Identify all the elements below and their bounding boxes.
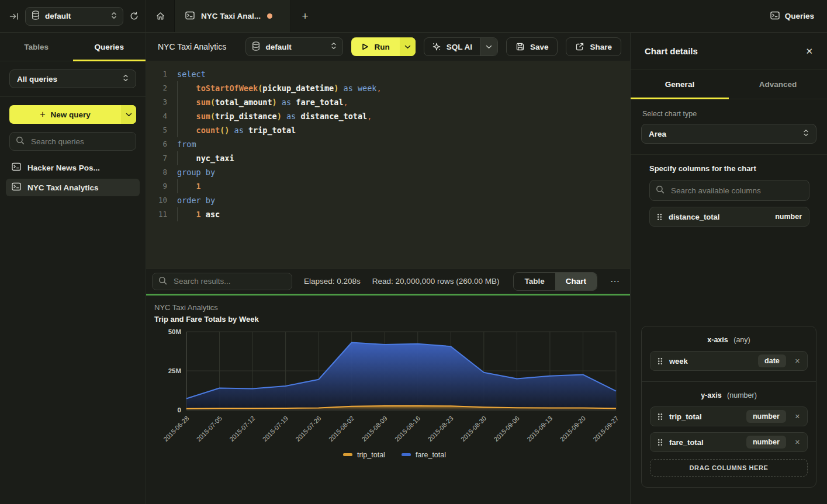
columns-search-input[interactable] bbox=[670, 186, 803, 196]
query-search-wrap bbox=[0, 130, 146, 158]
svg-text:2015-09-20: 2015-09-20 bbox=[559, 414, 587, 442]
query-list-item-selected[interactable]: NYC Taxi Analytics bbox=[6, 179, 140, 196]
y-axis-hint: (number) bbox=[727, 391, 757, 399]
svg-text:2015-07-05: 2015-07-05 bbox=[195, 414, 223, 442]
sql-ai-button[interactable]: SQL AI bbox=[424, 37, 498, 56]
legend-item[interactable]: trip_total bbox=[343, 451, 385, 459]
query-search-input[interactable] bbox=[30, 137, 130, 147]
columns-label: Specify columns for the chart bbox=[649, 164, 809, 173]
chart-details-panel: Chart details ✕ General Advanced Select … bbox=[631, 33, 827, 504]
queries-button[interactable]: Queries bbox=[770, 11, 814, 22]
view-toggle-chart[interactable]: Chart bbox=[555, 273, 597, 290]
query-tab[interactable]: NYC Taxi Anal... bbox=[174, 0, 291, 32]
query-filter-block: All queries bbox=[0, 61, 146, 97]
code-line[interactable]: 5count() as trip_total bbox=[153, 123, 630, 137]
svg-text:2015-09-06: 2015-09-06 bbox=[493, 414, 521, 442]
run-button[interactable]: Run bbox=[351, 37, 415, 56]
query-item-label: NYC Taxi Analytics bbox=[27, 183, 99, 192]
legend-label: fare_total bbox=[416, 451, 446, 459]
share-button[interactable]: Share bbox=[566, 37, 621, 56]
drag-handle-icon[interactable] bbox=[658, 413, 663, 420]
sql-editor[interactable]: 1select2toStartOfWeek(pickup_datetime) a… bbox=[146, 61, 630, 269]
drag-handle-icon[interactable] bbox=[657, 213, 662, 221]
axis-group: x-axis (any) week date ✕ bbox=[641, 326, 816, 488]
code-line[interactable]: 4sum(trip_distance) as distance_total, bbox=[153, 109, 630, 123]
code-line[interactable]: 3sum(total_amount) as fare_total, bbox=[153, 95, 630, 109]
svg-text:2015-06-28: 2015-06-28 bbox=[162, 414, 190, 442]
code-line[interactable]: 111 asc bbox=[153, 207, 630, 221]
queries-button-label: Queries bbox=[785, 12, 814, 20]
code-line[interactable]: 7nyc_taxi bbox=[153, 151, 630, 165]
tabstrip: NYC Taxi Anal... + bbox=[146, 0, 770, 32]
code-line[interactable]: 10order by bbox=[153, 193, 630, 207]
sidebar: Tables Queries All queries +New query bbox=[0, 33, 146, 504]
unsaved-dot bbox=[267, 13, 272, 19]
drag-handle-icon[interactable] bbox=[658, 439, 663, 446]
remove-column-icon[interactable]: ✕ bbox=[795, 439, 800, 446]
new-query-main[interactable]: +New query bbox=[9, 105, 121, 124]
code-text: group by bbox=[177, 165, 215, 179]
code-line[interactable]: 8group by bbox=[153, 165, 630, 179]
svg-text:2015-07-19: 2015-07-19 bbox=[261, 414, 289, 442]
line-number: 4 bbox=[153, 109, 167, 123]
query-list-item[interactable]: Hacker News Pos... bbox=[6, 159, 140, 176]
code-line[interactable]: 6from bbox=[153, 137, 630, 151]
more-options-icon[interactable]: ⋯ bbox=[609, 276, 621, 287]
tab-tables[interactable]: Tables bbox=[0, 33, 73, 61]
drop-zone[interactable]: DRAG COLUMNS HERE bbox=[650, 459, 808, 477]
line-number: 9 bbox=[153, 179, 167, 193]
tab-advanced[interactable]: Advanced bbox=[729, 70, 827, 99]
new-query-button[interactable]: +New query bbox=[9, 105, 136, 124]
column-type-badge: date bbox=[758, 354, 786, 367]
y-axis-column-pill[interactable]: fare_total number ✕ bbox=[650, 432, 808, 452]
column-name: fare_total bbox=[669, 438, 740, 447]
code-line[interactable]: 91 bbox=[153, 179, 630, 193]
column-name: week bbox=[669, 357, 752, 366]
updown-chevrons-icon bbox=[111, 12, 117, 21]
search-icon bbox=[158, 276, 167, 287]
run-button-main[interactable]: Run bbox=[351, 37, 399, 56]
available-column-pill[interactable]: distance_total number bbox=[649, 207, 809, 227]
chevron-down-icon bbox=[404, 45, 411, 49]
refresh-icon[interactable] bbox=[130, 12, 139, 20]
code-line[interactable]: 1select bbox=[153, 67, 630, 81]
topbar: default NYC Taxi Anal... + bbox=[0, 0, 827, 33]
results-search-input[interactable] bbox=[172, 276, 286, 286]
run-button-caret[interactable] bbox=[400, 37, 416, 56]
view-toggle-table[interactable]: Table bbox=[514, 273, 555, 290]
sql-ai-main[interactable]: SQL AI bbox=[424, 38, 480, 55]
chart-panel: NYC Taxi Analytics Trip and Fare Totals … bbox=[146, 296, 630, 504]
tab-queries[interactable]: Queries bbox=[73, 33, 146, 61]
svg-text:50M: 50M bbox=[168, 328, 181, 335]
sql-ai-caret[interactable] bbox=[480, 38, 497, 55]
chart-type-select[interactable]: Area bbox=[641, 124, 816, 144]
save-button[interactable]: Save bbox=[506, 37, 558, 56]
database-selector[interactable]: default bbox=[25, 7, 123, 26]
code-line[interactable]: 2toStartOfWeek(pickup_datetime) as week, bbox=[153, 81, 630, 95]
y-axis-title: y-axis bbox=[701, 391, 721, 399]
legend-item[interactable]: fare_total bbox=[402, 451, 446, 459]
home-icon bbox=[155, 11, 165, 21]
results-bar: Elapsed: 0.208s Read: 20,000,000 rows (2… bbox=[146, 269, 630, 294]
query-filter-select[interactable]: All queries bbox=[9, 69, 136, 88]
new-tab-button[interactable]: + bbox=[291, 0, 319, 32]
y-axis-column-pill[interactable]: trip_total number ✕ bbox=[650, 406, 808, 426]
home-tab[interactable] bbox=[146, 0, 174, 32]
collapse-sidebar-icon[interactable] bbox=[9, 12, 19, 20]
toolbar-database-selector[interactable]: default bbox=[245, 37, 343, 56]
close-icon[interactable]: ✕ bbox=[805, 46, 813, 57]
new-query-caret[interactable] bbox=[121, 105, 136, 124]
code-text: order by bbox=[177, 193, 215, 207]
remove-column-icon[interactable]: ✕ bbox=[795, 357, 800, 365]
drag-handle-icon[interactable] bbox=[658, 357, 663, 365]
chevron-down-icon bbox=[126, 113, 132, 117]
database-selector-value: default bbox=[45, 12, 106, 20]
code-text: sum(total_amount) as fare_total, bbox=[177, 95, 348, 109]
remove-column-icon[interactable]: ✕ bbox=[795, 413, 800, 420]
svg-text:2015-08-23: 2015-08-23 bbox=[426, 414, 454, 442]
tab-general[interactable]: General bbox=[631, 70, 729, 99]
x-axis-column-pill[interactable]: week date ✕ bbox=[650, 351, 808, 371]
search-icon bbox=[656, 185, 665, 196]
topbar-right: Queries bbox=[770, 0, 827, 32]
svg-text:2015-09-13: 2015-09-13 bbox=[525, 414, 553, 442]
